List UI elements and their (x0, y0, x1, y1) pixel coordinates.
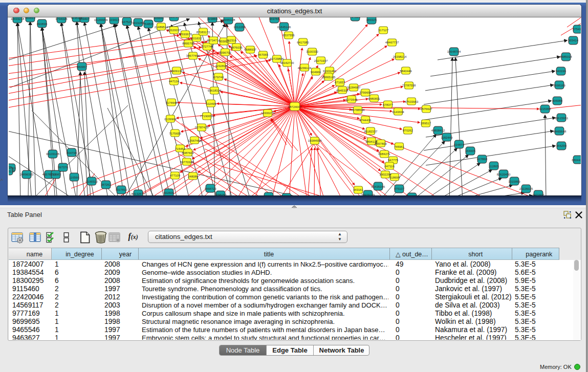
svg-text:102499: 102499 (206, 102, 216, 105)
svg-text:764835: 764835 (143, 23, 154, 26)
svg-text:715451: 715451 (175, 147, 186, 150)
svg-text:67533963: 67533963 (405, 100, 419, 103)
svg-text:3421607: 3421607 (532, 193, 545, 196)
svg-text:890838: 890838 (37, 23, 48, 26)
svg-text:3794026: 3794026 (55, 17, 68, 20)
svg-text:6417080: 6417080 (297, 41, 309, 44)
svg-text:93618324: 93618324 (208, 89, 222, 92)
svg-text:23226025: 23226025 (519, 187, 533, 190)
svg-text:31931491: 31931491 (323, 70, 337, 73)
svg-text:16648784: 16648784 (447, 50, 461, 53)
svg-text:3215958: 3215958 (539, 107, 551, 111)
svg-text:3419283: 3419283 (132, 21, 144, 25)
svg-text:96965328: 96965328 (222, 18, 235, 21)
svg-text:48467737: 48467737 (385, 41, 399, 44)
svg-text:602606: 602606 (164, 191, 175, 194)
svg-text:90162720: 90162720 (280, 61, 294, 64)
svg-text:05865185: 05865185 (322, 76, 336, 79)
svg-text:5876036: 5876036 (230, 46, 243, 49)
svg-text:671657: 671657 (335, 81, 345, 84)
svg-text:150983: 150983 (51, 173, 61, 176)
svg-text:35182337: 35182337 (364, 130, 378, 133)
svg-text:7174648: 7174648 (165, 101, 178, 104)
svg-text:423884: 423884 (207, 17, 218, 20)
svg-text:116566: 116566 (69, 176, 79, 179)
svg-text:6945314: 6945314 (336, 89, 349, 92)
svg-text:745961: 745961 (394, 145, 405, 148)
svg-text:0084271: 0084271 (378, 152, 390, 156)
svg-text:3100330: 3100330 (306, 50, 318, 53)
svg-text:7468723: 7468723 (204, 187, 216, 190)
svg-text:387262: 387262 (101, 183, 112, 186)
svg-text:489325: 489325 (366, 18, 377, 21)
svg-text:24896383: 24896383 (20, 173, 34, 176)
svg-text:13300273: 13300273 (261, 112, 275, 115)
svg-text:8087603: 8087603 (182, 151, 194, 155)
svg-text:87083172: 87083172 (197, 31, 210, 34)
svg-text:11718227: 11718227 (9, 170, 15, 173)
svg-text:362316: 362316 (226, 39, 237, 42)
svg-text:48465648: 48465648 (553, 130, 567, 133)
svg-text:201632: 201632 (191, 37, 202, 40)
svg-text:0576627: 0576627 (420, 107, 432, 111)
svg-text:39909169: 39909169 (361, 193, 375, 196)
svg-text:3799650: 3799650 (359, 91, 372, 94)
svg-text:834738: 834738 (67, 151, 77, 155)
svg-text:704828: 704828 (350, 17, 361, 18)
svg-text:91183842: 91183842 (405, 195, 419, 196)
svg-text:23271937: 23271937 (314, 59, 328, 62)
svg-text:8657809: 8657809 (375, 142, 387, 145)
svg-text:960013: 960013 (25, 17, 36, 19)
svg-text:953767: 953767 (169, 17, 180, 18)
svg-text:82620450: 82620450 (497, 173, 511, 176)
svg-text:49808412: 49808412 (431, 129, 445, 132)
svg-text:43320037: 43320037 (167, 29, 181, 32)
svg-text:317127: 317127 (378, 29, 389, 32)
svg-text:870262: 870262 (403, 129, 413, 132)
svg-text:678377: 678377 (383, 103, 394, 106)
svg-text:047116: 047116 (384, 165, 395, 168)
svg-text:164005: 164005 (465, 149, 476, 152)
svg-text:559407: 559407 (79, 17, 90, 20)
svg-text:26398214: 26398214 (393, 55, 407, 58)
svg-text:5698169: 5698169 (553, 84, 565, 87)
svg-text:80132677: 80132677 (132, 192, 145, 195)
svg-text:467065: 467065 (258, 53, 269, 56)
svg-text:6537556: 6537556 (282, 34, 295, 37)
svg-text:7175655: 7175655 (169, 132, 181, 135)
svg-text:940196: 940196 (556, 70, 567, 73)
svg-text:375433: 375433 (573, 28, 581, 31)
svg-text:679740: 679740 (213, 76, 224, 79)
svg-text:9096705: 9096705 (219, 51, 231, 54)
svg-text:0106513: 0106513 (85, 180, 98, 183)
svg-text:77190659: 77190659 (200, 115, 214, 118)
svg-text:365414: 365414 (568, 39, 579, 42)
svg-text:26284987: 26284987 (347, 86, 361, 89)
svg-text:72787558: 72787558 (402, 84, 416, 87)
svg-text:3315869: 3315869 (508, 180, 520, 183)
svg-text:305641: 305641 (154, 17, 164, 19)
svg-text:8685014: 8685014 (560, 55, 572, 58)
svg-text:6804436: 6804436 (572, 159, 580, 162)
svg-text:45299124: 45299124 (298, 67, 312, 70)
svg-text:19384554: 19384554 (308, 139, 322, 142)
svg-text:343161: 343161 (353, 188, 364, 191)
svg-text:366299: 366299 (556, 144, 567, 147)
svg-text:0139904: 0139904 (164, 118, 177, 121)
svg-text:978820: 978820 (264, 195, 274, 196)
svg-text:477109: 477109 (170, 174, 181, 177)
svg-text:447134: 447134 (169, 80, 180, 83)
svg-text:475107: 475107 (394, 187, 405, 190)
svg-text:62729806: 62729806 (270, 57, 284, 60)
svg-text:02787429: 02787429 (195, 126, 209, 129)
svg-text:01845146: 01845146 (277, 26, 291, 29)
svg-text:103413: 103413 (109, 18, 120, 21)
svg-text:289517: 289517 (421, 122, 431, 125)
svg-text:318699: 318699 (389, 176, 400, 179)
svg-text:534874: 534874 (454, 143, 465, 146)
svg-text:3098050: 3098050 (214, 193, 227, 196)
svg-text:17693676: 17693676 (179, 33, 192, 36)
svg-text:427868: 427868 (477, 158, 488, 161)
svg-text:10433218: 10433218 (11, 17, 25, 20)
svg-text:406088: 406088 (552, 99, 563, 102)
